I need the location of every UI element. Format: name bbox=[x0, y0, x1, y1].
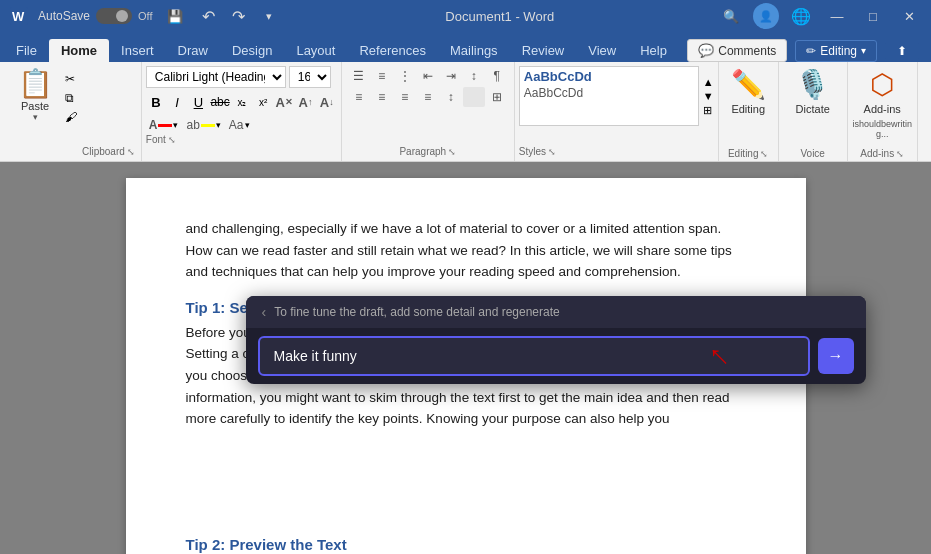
ai-submit-button[interactable]: → bbox=[818, 338, 854, 374]
align-left-button[interactable]: ≡ bbox=[348, 87, 370, 107]
shading-button[interactable] bbox=[463, 87, 485, 107]
copy-button[interactable]: ⧉ bbox=[62, 89, 80, 107]
styles-expand-icon[interactable]: ⤡ bbox=[548, 147, 556, 157]
undo-redo-group: ↶ ↷ ▾ bbox=[195, 2, 283, 30]
tab-help[interactable]: Help bbox=[628, 39, 679, 62]
highlight-bar bbox=[201, 124, 215, 127]
grow-font-button[interactable]: A↑ bbox=[295, 91, 315, 113]
cut-button[interactable]: ✂ bbox=[62, 70, 80, 88]
tab-draw[interactable]: Draw bbox=[166, 39, 220, 62]
customize-button[interactable]: ▾ bbox=[255, 2, 283, 30]
undo-button[interactable]: ↶ bbox=[195, 2, 223, 30]
multilevel-button[interactable]: ⋮ bbox=[394, 66, 416, 86]
comments-button[interactable]: 💬 Comments bbox=[687, 39, 787, 62]
align-right-button[interactable]: ≡ bbox=[394, 87, 416, 107]
case-dropdown-icon: ▾ bbox=[245, 120, 250, 130]
editing-expand-icon[interactable]: ⤡ bbox=[760, 149, 768, 159]
editing-label: Editing bbox=[731, 103, 765, 115]
tab-file[interactable]: File bbox=[4, 39, 49, 62]
share-button[interactable]: ⬆ bbox=[885, 41, 919, 61]
paragraph-row1: ☰ ≡ ⋮ ⇤ ⇥ ↕ ¶ bbox=[348, 66, 508, 86]
sort-button[interactable]: ↕ bbox=[463, 66, 485, 86]
tab-view[interactable]: View bbox=[576, 39, 628, 62]
show-marks-button[interactable]: ¶ bbox=[486, 66, 508, 86]
clipboard-right: ✂ ⧉ 🖌 bbox=[62, 70, 80, 126]
justify-button[interactable]: ≡ bbox=[417, 87, 439, 107]
shrink-font-button[interactable]: A↓ bbox=[317, 91, 337, 113]
clipboard-expand-icon[interactable]: ⤡ bbox=[127, 147, 135, 157]
line-spacing-button[interactable]: ↕ bbox=[440, 87, 462, 107]
tab-design[interactable]: Design bbox=[220, 39, 284, 62]
clipboard-label-text: Clipboard bbox=[82, 146, 125, 157]
web-button[interactable]: 🌐 bbox=[787, 2, 815, 30]
paste-button[interactable]: 📋 Paste ▾ bbox=[10, 66, 60, 126]
search-button[interactable]: 🔍 bbox=[717, 2, 745, 30]
font-name-dropdown[interactable]: Calibri Light (Headings) bbox=[146, 66, 286, 88]
change-case-button[interactable]: Aa ▾ bbox=[226, 116, 253, 134]
dictate-label: Dictate bbox=[796, 103, 830, 115]
addins-group-label: Add-ins ⤡ bbox=[860, 146, 904, 161]
close-button[interactable]: ✕ bbox=[895, 2, 923, 30]
styles-up-button[interactable]: ▲ bbox=[703, 76, 714, 88]
tab-insert[interactable]: Insert bbox=[109, 39, 166, 62]
tab-references[interactable]: References bbox=[347, 39, 437, 62]
editing-button[interactable]: ✏ Editing ▾ bbox=[795, 40, 877, 62]
tab-review[interactable]: Review bbox=[510, 39, 577, 62]
styles-nav: ▲ ▼ ⊞ bbox=[703, 76, 714, 117]
cut-icon: ✂ bbox=[65, 72, 75, 86]
tab-mailings[interactable]: Mailings bbox=[438, 39, 510, 62]
strikethrough-button[interactable]: abc bbox=[209, 91, 230, 113]
font-expand-icon[interactable]: ⤡ bbox=[168, 135, 176, 145]
share-icon: ⬆ bbox=[897, 44, 907, 58]
subscript-button[interactable]: x₂ bbox=[232, 91, 252, 113]
styles-group: AaBbCcDd AaBbCcDd ▲ ▼ ⊞ Styles ⤡ bbox=[515, 62, 719, 161]
font-group: Calibri Light (Headings) 16 B I U abc x₂… bbox=[142, 62, 342, 161]
font-size-dropdown[interactable]: 16 bbox=[289, 66, 331, 88]
styles-expand-button[interactable]: ⊞ bbox=[703, 104, 714, 117]
document-area: and challenging, especially if we have a… bbox=[0, 162, 931, 554]
increase-indent-button[interactable]: ⇥ bbox=[440, 66, 462, 86]
normal-style[interactable]: AaBbCcDd bbox=[524, 86, 694, 100]
numbering-button[interactable]: ≡ bbox=[371, 66, 393, 86]
tab-home[interactable]: Home bbox=[49, 39, 109, 62]
superscript-button[interactable]: x² bbox=[253, 91, 273, 113]
redo-button[interactable]: ↷ bbox=[225, 2, 253, 30]
doc-title: Document1 - Word bbox=[283, 9, 717, 24]
bullets-button[interactable]: ☰ bbox=[348, 66, 370, 86]
addins-expand-icon[interactable]: ⤡ bbox=[896, 149, 904, 159]
dictate-button[interactable]: 🎙️ Dictate bbox=[785, 66, 841, 119]
save-button[interactable]: 💾 bbox=[161, 2, 189, 30]
editing-dropdown-icon: ▾ bbox=[861, 45, 866, 56]
editor-button[interactable]: 📝 Editor bbox=[919, 66, 931, 119]
autosave-state: Off bbox=[138, 10, 152, 22]
paragraph-expand-icon[interactable]: ⤡ bbox=[448, 147, 456, 157]
clear-formatting-button[interactable]: A✕ bbox=[274, 91, 294, 113]
voice-label-text: Voice bbox=[800, 148, 824, 159]
decrease-indent-button[interactable]: ⇤ bbox=[417, 66, 439, 86]
align-center-button[interactable]: ≡ bbox=[371, 87, 393, 107]
tip2-heading[interactable]: Tip 2: Preview the Text bbox=[186, 536, 746, 553]
avatar[interactable]: 👤 bbox=[753, 3, 779, 29]
heading1-style[interactable]: AaBbCcDd bbox=[524, 69, 694, 84]
styles-down-button[interactable]: ▼ bbox=[703, 90, 714, 102]
text-color-button[interactable]: A ▾ bbox=[146, 116, 182, 134]
format-painter-icon: 🖌 bbox=[65, 110, 77, 124]
minimize-button[interactable]: — bbox=[823, 2, 851, 30]
editing-button[interactable]: ✏️ Editing bbox=[720, 66, 776, 119]
tab-layout[interactable]: Layout bbox=[284, 39, 347, 62]
borders-button[interactable]: ⊞ bbox=[486, 87, 508, 107]
bold-button[interactable]: B bbox=[146, 91, 166, 113]
styles-group-label: Styles ⤡ bbox=[519, 146, 714, 161]
ai-input-row: → bbox=[246, 328, 866, 384]
ai-hint-area: ‹ To fine tune the draft, add some detai… bbox=[246, 296, 866, 328]
underline-button[interactable]: U bbox=[188, 91, 208, 113]
maximize-button[interactable]: □ bbox=[859, 2, 887, 30]
highlight-button[interactable]: ab ▾ bbox=[183, 116, 223, 134]
autosave-toggle[interactable] bbox=[96, 8, 132, 24]
addins-button[interactable]: ⬡ Add-ins bbox=[854, 66, 910, 119]
editing-label: Editing bbox=[820, 44, 857, 58]
spacer bbox=[186, 440, 746, 520]
styles-label-text: Styles bbox=[519, 146, 546, 157]
format-painter-button[interactable]: 🖌 bbox=[62, 108, 80, 126]
italic-button[interactable]: I bbox=[167, 91, 187, 113]
